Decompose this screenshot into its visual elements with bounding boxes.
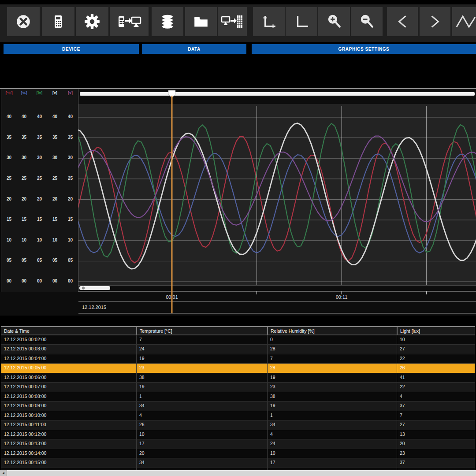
axis-unit-label: [lx] xyxy=(32,91,47,95)
table-cell: 34 xyxy=(137,458,268,467)
axis-tick-label: 15 xyxy=(1,217,17,222)
axis-unit-label: [x] xyxy=(47,91,63,95)
toolbar xyxy=(0,4,476,42)
previous-button[interactable] xyxy=(387,7,418,36)
table-row[interactable]: 12.12.2015 00:11:00263427 xyxy=(1,420,475,430)
table-cell: 1 xyxy=(137,392,268,401)
data-table: Date & TimeTemprature [°C]Relative Humid… xyxy=(1,326,475,471)
table-row[interactable]: 12.12.2015 00:06:00381941 xyxy=(1,373,475,383)
x-axis-tick-label: 00:11 xyxy=(336,294,348,300)
axis-tick-label: 25 xyxy=(47,176,63,181)
table-header-cell[interactable]: Temprature [°C] xyxy=(137,327,268,335)
zoom-out-button[interactable] xyxy=(351,7,383,36)
table-cell: 37 xyxy=(397,458,475,467)
horizontal-scrollbar: ◄ xyxy=(0,470,476,476)
time-slider-track[interactable] xyxy=(80,92,475,96)
open-file-button[interactable] xyxy=(185,7,217,36)
table-cell: 12.12.2015 00:11:00 xyxy=(1,420,137,429)
zoom-in-icon xyxy=(326,13,342,30)
read-device-button[interactable] xyxy=(110,7,149,36)
axis-tick-label: 00 xyxy=(47,279,63,283)
table-header-cell[interactable]: Date & Time xyxy=(1,327,137,335)
axis-scale-button[interactable] xyxy=(253,7,285,36)
table-header-cell[interactable]: Light [lux] xyxy=(397,327,475,335)
table-cell: 22 xyxy=(397,354,475,363)
section-graphics-settings-label: GRAPHICS SETTINGS xyxy=(338,47,390,52)
scroll-left-button[interactable]: ◄ xyxy=(0,470,7,476)
axis-tick-label: 20 xyxy=(16,197,32,201)
curve-button[interactable] xyxy=(452,7,476,36)
table-cell: 28 xyxy=(268,345,397,353)
table-cell: 26 xyxy=(397,364,475,372)
axis-tick-label: 30 xyxy=(32,155,47,160)
x-axis-date-label: 12.12.2015 xyxy=(82,305,106,310)
axis-icon xyxy=(293,13,310,30)
settings-button[interactable] xyxy=(76,7,108,36)
table-cell: 17 xyxy=(268,458,397,467)
table-row[interactable]: 12.12.2015 00:15:00341737 xyxy=(1,458,475,468)
axis-tick-label: 40 xyxy=(63,114,78,119)
database-button[interactable] xyxy=(152,7,183,36)
zoom-out-icon xyxy=(358,13,375,30)
table-cell: 34 xyxy=(268,420,397,429)
table-cell: 12.12.2015 00:07:00 xyxy=(1,383,137,391)
table-row[interactable]: 12.12.2015 00:12:0010413 xyxy=(1,430,475,439)
axis-strip-3: [x]403530252015100500 xyxy=(47,89,63,292)
axis-tick-label: 10 xyxy=(16,238,32,242)
close-button[interactable] xyxy=(7,7,40,36)
table-cell: 7 xyxy=(397,411,475,420)
axis-tick-label: 40 xyxy=(16,114,32,119)
table-cell: 19 xyxy=(268,373,397,382)
table-cell: 10 xyxy=(397,335,475,344)
device-button[interactable] xyxy=(42,7,74,36)
gear-icon xyxy=(84,13,100,30)
table-cell: 12.12.2015 00:10:00 xyxy=(1,411,137,420)
zoom-in-button[interactable] xyxy=(318,7,350,36)
table-row[interactable]: 12.12.2015 00:02:007010 xyxy=(1,335,475,345)
axis-tick-label: 40 xyxy=(47,114,63,119)
table-row[interactable]: 12.12.2015 00:14:00201023 xyxy=(1,449,475,458)
axis-tick-label: 15 xyxy=(16,217,32,222)
table-row-selected[interactable]: 12.12.2015 00:05:00232826 xyxy=(1,364,475,373)
table-row[interactable]: 12.12.2015 00:10:00417 xyxy=(1,411,475,420)
scrollbar-thumb[interactable] xyxy=(7,470,476,476)
table-cell: 34 xyxy=(137,402,268,410)
chart-section: [°C]403530252015100500[%]403530252015100… xyxy=(0,88,476,316)
axis-unit-label: [°C] xyxy=(1,91,17,95)
table-cell: 23 xyxy=(397,449,475,458)
table-cell: 20 xyxy=(137,449,268,458)
table-row[interactable]: 12.12.2015 00:08:001384 xyxy=(1,392,475,402)
database-icon xyxy=(160,13,175,30)
axis-default-button[interactable] xyxy=(286,7,317,36)
axis-tick-label: 00 xyxy=(63,279,78,283)
axis-tick-label: 25 xyxy=(16,176,32,181)
section-device-label: DEVICE xyxy=(62,47,80,52)
header-band: PCE Enable Disable ✓ Temprature ✓ Relati… xyxy=(0,54,476,88)
section-data-label: DATA xyxy=(188,47,201,52)
axis-tick-label: 15 xyxy=(47,217,63,222)
table-row[interactable]: 12.12.2015 00:09:00341937 xyxy=(1,402,475,411)
table-cell: 13 xyxy=(397,430,475,439)
axis-tick-label: 20 xyxy=(63,197,78,201)
axis-tick-label: 30 xyxy=(63,155,78,160)
axis-tick-label: 35 xyxy=(47,135,63,140)
table-row[interactable]: 12.12.2015 00:03:00242827 xyxy=(1,345,475,354)
axis-tick-label: 40 xyxy=(1,114,17,119)
section-device: DEVICE xyxy=(4,44,139,54)
export-table-button[interactable] xyxy=(218,7,247,36)
axis-tick-label: 00 xyxy=(1,279,17,283)
table-row[interactable]: 12.12.2015 00:13:00172420 xyxy=(1,439,475,449)
axis-tick-label: 10 xyxy=(32,238,47,242)
table-row[interactable]: 12.12.2015 00:07:00192322 xyxy=(1,383,475,392)
next-button[interactable] xyxy=(420,7,450,36)
curve-icon xyxy=(456,13,476,30)
chart-plot[interactable]: 00:0100:1112.12.2015 xyxy=(78,89,476,315)
table-cell: 24 xyxy=(268,439,397,448)
table-header-cell[interactable]: Relative Humidity [%] xyxy=(268,327,397,335)
device-to-pc-icon xyxy=(117,13,141,30)
table-row[interactable]: 12.12.2015 00:04:0019722 xyxy=(1,354,475,364)
table-cell: 23 xyxy=(268,383,397,391)
table-cell: 19 xyxy=(137,383,268,391)
axis-tick-label: 15 xyxy=(63,217,78,222)
table-cell: 28 xyxy=(268,364,397,372)
